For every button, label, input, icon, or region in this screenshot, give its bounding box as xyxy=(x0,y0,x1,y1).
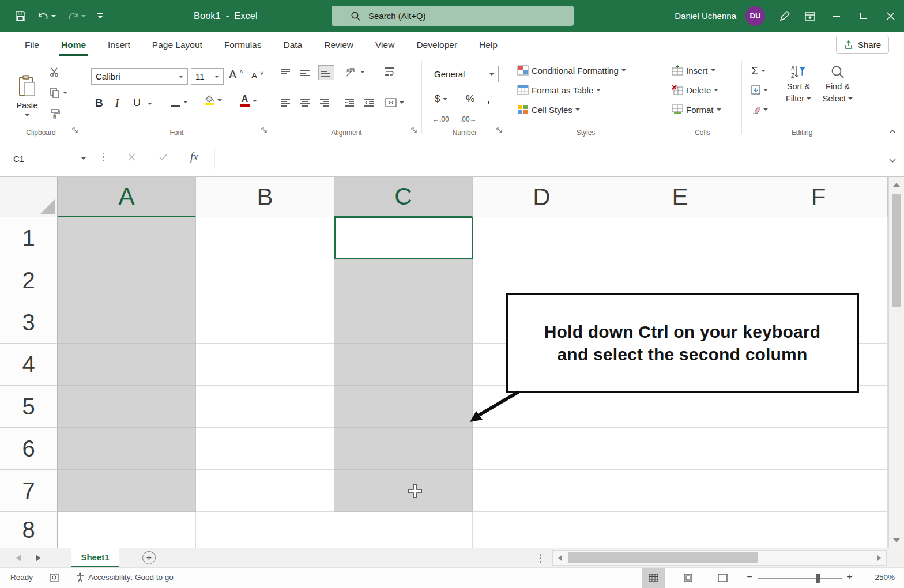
normal-view-button[interactable] xyxy=(642,568,665,588)
cell-D7[interactable] xyxy=(473,470,611,512)
column-header-C[interactable]: C xyxy=(334,177,473,217)
undo-dropdown-icon[interactable] xyxy=(51,15,56,17)
tab-developer[interactable]: Developer xyxy=(405,32,468,58)
ribbon-display-options-button[interactable] xyxy=(797,0,823,32)
tab-help[interactable]: Help xyxy=(468,32,508,58)
vertical-scroll-thumb[interactable] xyxy=(892,194,901,307)
align-top-button[interactable] xyxy=(281,68,291,77)
accessibility-status-button[interactable]: Accessibility: Good to go xyxy=(76,572,174,582)
cell-B7[interactable] xyxy=(196,470,334,512)
font-name-combobox[interactable]: Calibri xyxy=(91,68,188,85)
share-button[interactable]: Share xyxy=(836,36,889,54)
scroll-up-button[interactable] xyxy=(889,177,904,192)
cell-E6[interactable] xyxy=(611,428,749,470)
cell-C3[interactable] xyxy=(334,301,473,344)
formula-input[interactable] xyxy=(214,148,877,169)
row-header-4[interactable]: 4 xyxy=(0,344,58,386)
bold-button[interactable]: B xyxy=(95,97,103,110)
zoom-in-button[interactable]: + xyxy=(844,572,856,582)
cell-A5[interactable] xyxy=(58,386,196,428)
font-dialog-launcher[interactable] xyxy=(261,126,268,135)
minimize-button[interactable] xyxy=(823,0,850,32)
underline-dropdown-icon[interactable] xyxy=(148,103,152,105)
page-layout-view-button[interactable] xyxy=(676,568,699,588)
column-header-E[interactable]: E xyxy=(611,177,749,217)
row-header-6[interactable]: 6 xyxy=(0,428,58,470)
inking-button[interactable] xyxy=(772,0,797,32)
expand-formula-bar-button[interactable] xyxy=(889,155,896,165)
scroll-left-button[interactable] xyxy=(553,551,567,565)
fill-color-button[interactable] xyxy=(204,95,222,105)
orientation-button[interactable]: ab xyxy=(345,67,365,77)
horizontal-scroll-thumb[interactable] xyxy=(568,552,758,563)
cell-C5[interactable] xyxy=(334,386,473,428)
cell-B5[interactable] xyxy=(196,386,334,428)
tab-page-layout[interactable]: Page Layout xyxy=(141,32,213,58)
zoom-slider-thumb[interactable] xyxy=(816,574,820,583)
tab-bar-resize-handle[interactable] xyxy=(540,554,541,556)
column-header-D[interactable]: D xyxy=(473,177,611,217)
redo-dropdown-icon[interactable] xyxy=(81,15,86,17)
format-as-table-button[interactable]: Format as Table xyxy=(517,85,601,95)
tab-review[interactable]: Review xyxy=(313,32,364,58)
conditional-formatting-button[interactable]: Conditional Formatting xyxy=(517,65,626,76)
italic-button[interactable]: I xyxy=(115,97,119,110)
tab-file[interactable]: File xyxy=(14,32,50,58)
avatar[interactable]: DU xyxy=(745,6,765,26)
cell-B2[interactable] xyxy=(196,259,334,301)
cell-C6[interactable] xyxy=(334,428,473,470)
horizontal-scroll-track[interactable] xyxy=(567,551,872,565)
cell-A2[interactable] xyxy=(58,259,196,301)
insert-function-button[interactable]: fx xyxy=(190,150,198,163)
cell-C7[interactable] xyxy=(334,470,473,512)
cell-D1[interactable] xyxy=(473,217,611,259)
cell-B1[interactable] xyxy=(196,217,334,259)
page-break-view-button[interactable] xyxy=(711,568,734,588)
collapse-ribbon-button[interactable] xyxy=(889,126,896,135)
save-button[interactable] xyxy=(12,0,29,32)
clear-button[interactable] xyxy=(751,105,768,114)
previous-sheet-button[interactable] xyxy=(16,555,21,561)
decrease-decimal-button[interactable]: .00→ xyxy=(460,115,477,123)
increase-font-size-button[interactable]: A˄ xyxy=(229,68,243,81)
cell-C4[interactable] xyxy=(334,344,473,386)
cell-A6[interactable] xyxy=(58,428,196,470)
cell-C1[interactable] xyxy=(334,217,473,259)
cell-C8[interactable] xyxy=(334,512,473,548)
row-header-2[interactable]: 2 xyxy=(0,259,58,301)
cell-C2[interactable] xyxy=(334,259,473,301)
cell-A7[interactable] xyxy=(58,470,196,512)
cell-E1[interactable] xyxy=(611,217,749,259)
select-all-corner[interactable] xyxy=(0,177,58,217)
customize-quick-access-button[interactable] xyxy=(94,0,107,32)
zoom-level-button[interactable]: 250% xyxy=(875,573,895,582)
cell-D8[interactable] xyxy=(473,512,611,548)
maximize-button[interactable] xyxy=(850,0,877,32)
increase-decimal-button[interactable]: ←.00 xyxy=(432,115,449,123)
confirm-entry-button[interactable] xyxy=(159,153,167,163)
increase-indent-button[interactable] xyxy=(364,98,375,107)
decrease-indent-button[interactable] xyxy=(345,98,355,107)
format-painter-button[interactable] xyxy=(50,108,60,119)
horizontal-scrollbar[interactable] xyxy=(552,550,887,566)
column-header-F[interactable]: F xyxy=(749,177,888,217)
row-header-8[interactable]: 8 xyxy=(0,512,58,548)
search-box[interactable]: Search (Alt+Q) xyxy=(332,6,574,26)
cell-B8[interactable] xyxy=(196,512,334,548)
cell-D6[interactable] xyxy=(473,428,611,470)
clipboard-dialog-launcher[interactable] xyxy=(71,126,78,135)
sort-filter-button[interactable]: AZ Sort & Filter xyxy=(779,65,818,104)
cell-styles-button[interactable]: Cell Styles xyxy=(517,104,580,115)
next-sheet-button[interactable] xyxy=(36,555,40,561)
scroll-down-button[interactable] xyxy=(889,533,904,548)
row-header-7[interactable]: 7 xyxy=(0,470,58,512)
wrap-text-button[interactable] xyxy=(385,67,396,76)
font-color-button[interactable]: A xyxy=(240,95,257,107)
column-header-B[interactable]: B xyxy=(196,177,334,217)
user-name[interactable]: Daniel Uchenna xyxy=(675,11,736,21)
row-header-3[interactable]: 3 xyxy=(0,301,58,344)
scroll-right-button[interactable] xyxy=(872,551,886,565)
sheet-tab-sheet1[interactable]: Sheet1 xyxy=(71,548,119,567)
align-right-button[interactable] xyxy=(320,98,330,107)
align-bottom-button[interactable] xyxy=(319,66,334,80)
